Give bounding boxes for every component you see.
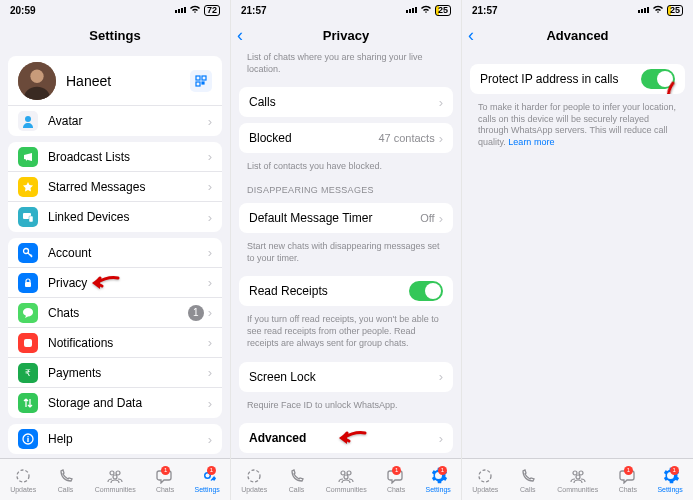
tab-settings[interactable]: 1Settings: [657, 467, 682, 493]
tab-communities[interactable]: Communities: [326, 467, 367, 493]
bell-icon: [18, 333, 38, 353]
svg-point-21: [248, 470, 260, 482]
chevron-right-icon: ›: [208, 179, 212, 194]
updates-icon: [245, 467, 263, 485]
chevron-right-icon: ›: [208, 396, 212, 411]
wifi-icon: [420, 5, 432, 16]
tab-calls[interactable]: Calls: [519, 467, 537, 493]
wifi-icon: [652, 5, 664, 16]
signal-icon: [638, 7, 649, 13]
calls-icon: [519, 467, 537, 485]
row-label: Linked Devices: [48, 210, 208, 224]
starred-messages-row[interactable]: Starred Messages ›: [8, 172, 222, 202]
svg-rect-2: [196, 76, 200, 80]
svg-rect-8: [29, 216, 33, 222]
svg-point-1: [30, 69, 43, 82]
learn-more-link[interactable]: Learn more: [508, 137, 554, 147]
read-receipts-row[interactable]: Read Receipts: [239, 276, 453, 306]
row-label: Screen Lock: [249, 370, 439, 384]
tab-settings[interactable]: 1Settings: [195, 467, 220, 493]
svg-point-17: [110, 471, 114, 475]
updates-icon: [476, 467, 494, 485]
chats-row[interactable]: Chats 1 ›: [8, 298, 222, 328]
advanced-row[interactable]: Advanced ›: [239, 423, 453, 453]
chevron-right-icon: ›: [439, 369, 443, 384]
protect-ip-row[interactable]: Protect IP address in calls: [470, 64, 685, 94]
profile-row[interactable]: Haneet: [8, 56, 222, 106]
calls-icon: [288, 467, 306, 485]
row-label: Storage and Data: [48, 396, 208, 410]
caption-blocked: List of contacts you have blocked.: [231, 159, 461, 179]
screen-lock-row[interactable]: Screen Lock›: [239, 362, 453, 392]
account-row[interactable]: Account ›: [8, 238, 222, 268]
svg-point-24: [344, 475, 348, 479]
linked-devices-row[interactable]: Linked Devices ›: [8, 202, 222, 232]
svg-point-27: [573, 471, 577, 475]
avatar: [18, 62, 56, 100]
badge-dot: 1: [392, 466, 401, 475]
protect-ip-toggle[interactable]: [641, 69, 675, 89]
chevron-right-icon: ›: [208, 114, 212, 129]
screen-advanced: 21:57 25 ‹ Advanced Protect IP address i…: [462, 0, 693, 500]
communities-icon: [337, 467, 355, 485]
tab-updates[interactable]: Updates: [241, 467, 267, 493]
chevron-right-icon: ›: [208, 245, 212, 260]
calls-row[interactable]: Calls›: [239, 87, 453, 117]
qr-code-button[interactable]: [190, 70, 212, 92]
tab-chats[interactable]: 1Chats: [156, 467, 174, 493]
battery-icon: 72: [204, 5, 220, 16]
calls-icon: [57, 467, 75, 485]
avatar-row[interactable]: Avatar ›: [8, 106, 222, 136]
back-button[interactable]: ‹: [237, 25, 243, 46]
svg-point-16: [17, 470, 29, 482]
row-label: Privacy: [48, 276, 208, 290]
row-label: Notifications: [48, 336, 208, 350]
badge-dot: 1: [207, 466, 216, 475]
read-receipts-toggle[interactable]: [409, 281, 443, 301]
broadcast-lists-row[interactable]: Broadcast Lists ›: [8, 142, 222, 172]
row-label: Blocked: [249, 131, 378, 145]
storage-data-row[interactable]: Storage and Data ›: [8, 388, 222, 418]
payments-row[interactable]: ₹ Payments ›: [8, 358, 222, 388]
help-row[interactable]: Help ›: [8, 424, 222, 454]
status-time: 21:57: [472, 5, 498, 16]
avatar-icon: [18, 111, 38, 131]
tab-calls[interactable]: Calls: [57, 467, 75, 493]
notifications-row[interactable]: Notifications ›: [8, 328, 222, 358]
updates-icon: [14, 467, 32, 485]
privacy-row[interactable]: Privacy ›: [8, 268, 222, 298]
status-bar: 21:57 25: [231, 0, 461, 20]
badge-dot: 1: [670, 466, 679, 475]
chevron-right-icon: ›: [208, 210, 212, 225]
page-title: Advanced: [546, 28, 608, 43]
header: Settings: [0, 20, 230, 50]
caption-timer: Start new chats with disappearing messag…: [231, 239, 461, 270]
tab-calls[interactable]: Calls: [288, 467, 306, 493]
profile-name: Haneet: [66, 73, 190, 89]
caption-protect: To make it harder for people to infer yo…: [462, 100, 693, 155]
status-bar: 21:57 25: [462, 0, 693, 20]
chevron-right-icon: ›: [439, 211, 443, 226]
battery-icon: 25: [435, 5, 451, 16]
svg-text:₹: ₹: [25, 368, 31, 378]
status-time: 20:59: [10, 5, 36, 16]
svg-rect-15: [27, 438, 28, 442]
tab-communities[interactable]: Communities: [95, 467, 136, 493]
chevron-right-icon: ›: [439, 131, 443, 146]
tab-updates[interactable]: Updates: [472, 467, 498, 493]
tab-settings[interactable]: 1Settings: [426, 467, 451, 493]
caption-location: List of chats where you are sharing your…: [231, 50, 461, 81]
back-button[interactable]: ‹: [468, 25, 474, 46]
row-label: Read Receipts: [249, 284, 409, 298]
tab-chats[interactable]: 1Chats: [619, 467, 637, 493]
chat-icon: [18, 303, 38, 323]
tab-communities[interactable]: Communities: [557, 467, 598, 493]
svg-point-14: [27, 436, 29, 438]
tab-chats[interactable]: 1Chats: [387, 467, 405, 493]
row-label: Broadcast Lists: [48, 150, 208, 164]
row-label: Chats: [48, 306, 188, 320]
blocked-row[interactable]: Blocked47 contacts›: [239, 123, 453, 153]
svg-rect-3: [202, 76, 206, 80]
tab-updates[interactable]: Updates: [10, 467, 36, 493]
default-message-timer-row[interactable]: Default Message TimerOff›: [239, 203, 453, 233]
